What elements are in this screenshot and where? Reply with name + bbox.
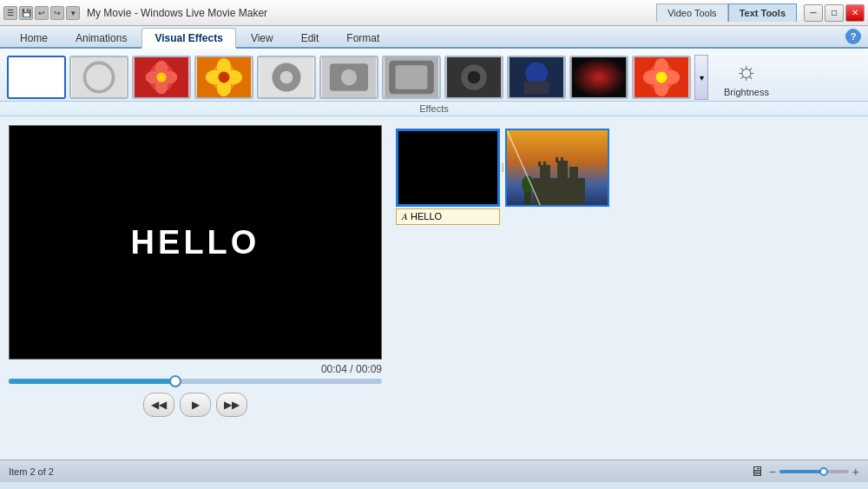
effect-blue-dark[interactable] (507, 56, 566, 99)
play-button[interactable]: ▶ (180, 393, 211, 417)
title-bar: ☰ 💾 ↩ ↪ ▾ My Movie - Windows Live Movie … (0, 0, 868, 26)
svg-rect-25 (396, 65, 428, 89)
effects-ribbon: ▾ ☼ Brightness (0, 49, 868, 102)
tool-tabs: Video Tools Text Tools (656, 3, 797, 22)
main-content: HELLO 00:04 / 00:09 ◀◀ ▶ ▶▶ 𝐴 HELLO (0, 116, 868, 459)
redo-icon[interactable]: ↪ (50, 6, 64, 20)
effects-grid (7, 56, 691, 99)
clip-thumb-2[interactable] (505, 129, 609, 207)
tab-edit[interactable]: Edit (288, 28, 332, 47)
svg-rect-50 (561, 157, 563, 162)
progress-thumb[interactable] (169, 375, 181, 387)
monitor-icon[interactable]: 🖥 (750, 464, 764, 479)
brightness-label: Brightness (724, 87, 769, 97)
effect-gray3[interactable] (382, 56, 441, 99)
svg-rect-33 (572, 57, 627, 97)
status-right: 🖥 − + (750, 464, 859, 479)
svg-point-40 (656, 72, 667, 83)
forward-button[interactable]: ▶▶ (216, 393, 247, 417)
clip-thumb-1[interactable] (396, 129, 500, 207)
svg-point-22 (341, 69, 357, 85)
menu-icon[interactable]: ☰ (3, 6, 17, 20)
effect-red-flower[interactable] (132, 56, 191, 99)
effect-red-vignette[interactable] (569, 56, 628, 99)
save-icon[interactable]: 💾 (19, 6, 33, 20)
tab-format[interactable]: Format (333, 28, 392, 47)
undo-icon[interactable]: ↩ (35, 6, 49, 20)
effect-gray2[interactable] (319, 56, 378, 99)
svg-point-9 (156, 72, 166, 82)
zoom-track[interactable] (779, 470, 849, 473)
svg-rect-46 (569, 167, 578, 182)
clip-label-1: 𝐴 HELLO (396, 208, 500, 225)
svg-point-30 (525, 63, 548, 85)
video-preview: HELLO (9, 125, 382, 360)
maximize-button[interactable]: □ (825, 4, 844, 22)
item-info: Item 2 of 2 (9, 466, 54, 477)
effect-gray1[interactable] (257, 56, 316, 99)
preview-panel: HELLO 00:04 / 00:09 ◀◀ ▶ ▶▶ (9, 125, 382, 451)
svg-point-19 (280, 71, 293, 84)
progress-track[interactable] (9, 379, 382, 384)
app-title: My Movie - Windows Live Movie Maker (87, 7, 656, 19)
svg-rect-0 (10, 57, 64, 97)
zoom-fill (779, 470, 821, 473)
help-button[interactable]: ? (845, 29, 861, 44)
zoom-out-button[interactable]: − (769, 465, 776, 479)
dropdown-icon[interactable]: ▾ (66, 6, 80, 20)
svg-rect-45 (557, 161, 568, 182)
close-button[interactable]: ✕ (845, 4, 865, 22)
effect-circle-reveal[interactable] (69, 56, 128, 99)
window-controls: ─ □ ✕ (804, 4, 865, 22)
svg-rect-41 (398, 130, 497, 205)
effect-flower-bright[interactable] (632, 56, 691, 99)
text-tools-tab[interactable]: Text Tools (728, 3, 797, 22)
timeline-panel: 𝐴 HELLO ⁞ (396, 125, 859, 451)
tab-visual-effects[interactable]: Visual Effects (141, 28, 235, 49)
progress-bar[interactable] (9, 379, 382, 384)
timeline-clip-1: 𝐴 HELLO (396, 129, 500, 225)
title-bar-quick-access[interactable]: ☰ 💾 ↩ ↪ ▾ (3, 6, 80, 20)
svg-point-16 (219, 72, 230, 83)
zoom-thumb[interactable] (819, 467, 828, 476)
time-display: 00:04 / 00:09 (321, 363, 382, 375)
video-tools-tab[interactable]: Video Tools (656, 3, 727, 22)
svg-rect-48 (543, 162, 546, 167)
ribbon-tabs: Home Animations Visual Effects View Edit… (0, 26, 868, 49)
zoom-slider[interactable]: − + (769, 465, 859, 479)
svg-point-28 (468, 71, 481, 84)
tab-home[interactable]: Home (7, 28, 61, 47)
status-bar: Item 2 of 2 🖥 − + (0, 459, 868, 482)
svg-rect-47 (538, 162, 541, 167)
timeline-clip-2 (505, 129, 609, 207)
tab-animations[interactable]: Animations (62, 28, 140, 47)
effect-none[interactable] (7, 56, 66, 99)
brightness-section: ☼ Brightness (717, 54, 776, 101)
effects-section-label: Effects (0, 102, 868, 116)
brightness-icon[interactable]: ☼ (735, 57, 758, 85)
zoom-in-button[interactable]: + (852, 465, 859, 479)
tab-view[interactable]: View (238, 28, 286, 47)
timeline-items: 𝐴 HELLO ⁞ (396, 129, 859, 225)
svg-rect-44 (540, 165, 550, 182)
svg-rect-49 (556, 157, 558, 162)
player-controls: ◀◀ ▶ ▶▶ (143, 393, 247, 417)
rewind-button[interactable]: ◀◀ (143, 393, 174, 417)
effects-scroll-button[interactable]: ▾ (694, 55, 708, 100)
svg-rect-31 (523, 82, 549, 95)
effect-dark[interactable] (444, 56, 503, 99)
progress-fill (9, 379, 173, 384)
minimize-button[interactable]: ─ (804, 4, 823, 22)
effect-yellow-flower[interactable] (194, 56, 253, 99)
preview-text: HELLO (131, 224, 260, 261)
